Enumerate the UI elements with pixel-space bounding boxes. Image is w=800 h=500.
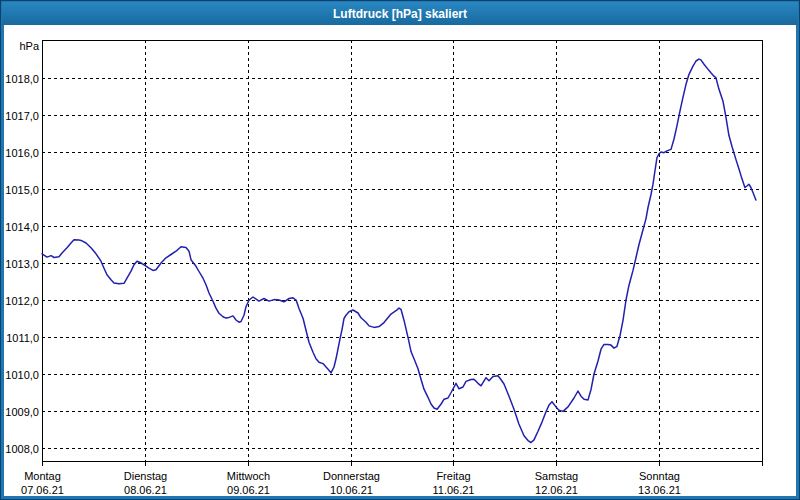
x-date-label: 10.06.21 (330, 484, 373, 496)
x-day-label: Mittwoch (227, 470, 270, 482)
y-tick-label: 1017,0 (5, 110, 39, 122)
x-day-label: Montag (24, 470, 61, 482)
x-day-label: Dienstag (124, 470, 167, 482)
y-tick-label: 1014,0 (5, 221, 39, 233)
y-tick-label: 1010,0 (5, 369, 39, 381)
y-tick-label: 1015,0 (5, 184, 39, 196)
x-date-label: 09.06.21 (227, 484, 270, 496)
y-tick-label: 1013,0 (5, 258, 39, 270)
pressure-line-chart: hPa 1018,01017,01016,01015,01014,01013,0… (1, 1, 800, 500)
app-window: Luftdruck [hPa] skaliert hPa 1018,01017,… (0, 0, 800, 500)
x-date-label: 12.06.21 (535, 484, 578, 496)
y-axis-unit-label: hPa (19, 40, 39, 52)
y-tick-label: 1016,0 (5, 147, 39, 159)
x-day-label: Donnerstag (323, 470, 380, 482)
x-date-label: 08.06.21 (124, 484, 167, 496)
x-date-label: 11.06.21 (432, 484, 474, 496)
x-date-label: 07.06.21 (21, 484, 64, 496)
x-day-label: Samstag (535, 470, 578, 482)
y-tick-label: 1011,0 (6, 332, 39, 344)
y-tick-label: 1008,0 (5, 443, 39, 455)
y-tick-label: 1018,0 (5, 73, 39, 85)
plot-border (43, 41, 763, 462)
pressure-curve (42, 59, 756, 442)
x-day-label: Freitag (436, 470, 470, 482)
x-day-label: Sonntag (639, 470, 680, 482)
x-date-label: 13.06.21 (638, 484, 681, 496)
y-tick-label: 1009,0 (5, 406, 39, 418)
y-tick-label: 1012,0 (5, 295, 39, 307)
